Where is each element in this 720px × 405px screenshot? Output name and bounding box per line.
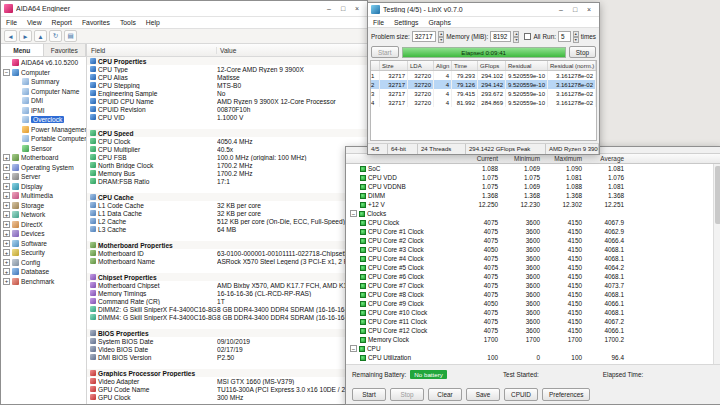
sidebar-item-devices[interactable]: +Devices [1, 229, 86, 239]
info-row[interactable]: System BIOS Date09/10/2019 [87, 337, 367, 345]
run-spinner[interactable]: ▲ ▼ [573, 31, 579, 42]
column-header-maximum[interactable]: Maximum [542, 155, 584, 162]
menu-tools[interactable]: Tools [115, 19, 141, 26]
sensor-row-cpu-core-4-clock[interactable]: CPU Core #4 Clock4075360041504068.1 [346, 254, 720, 263]
expand-icon[interactable]: + [3, 230, 10, 237]
problem-size-spinner[interactable]: ▲ ▼ [438, 31, 444, 42]
collapse-icon[interactable]: − [350, 345, 357, 352]
sensor-row-cpu-core-5-clock[interactable]: CPU Core #5 Clock4075360041504064.2 [346, 263, 720, 272]
info-row[interactable]: L2 Cache512 KB per core (On-Die, ECC, Fu… [87, 217, 367, 225]
info-row[interactable]: L3 Cache64 MB [87, 225, 367, 233]
expand-icon[interactable]: + [3, 240, 10, 247]
sidebar-item-dmi[interactable]: DMI [1, 96, 86, 106]
spin-down-icon[interactable]: ▼ [513, 37, 519, 43]
info-row[interactable]: Motherboard ID63-0100-000001-00101111-02… [87, 249, 367, 257]
column-header-time[interactable]: Time [452, 61, 478, 70]
start-button[interactable]: Start [371, 46, 399, 58]
report-icon[interactable]: ▤ [64, 30, 77, 42]
save-button[interactable]: Save [466, 388, 500, 401]
group-header-row[interactable]: Chipset Properties [87, 273, 367, 281]
aida64-titlebar[interactable]: AIDA64 Engineer – □ × [1, 1, 367, 17]
expand-icon[interactable]: + [3, 278, 10, 285]
info-row[interactable]: DIMM2: G Skill SniperX F4-3400C16-8GSXW8… [87, 305, 367, 313]
expand-icon[interactable]: + [3, 249, 10, 256]
column-header-index[interactable] [371, 61, 380, 70]
menu-view[interactable]: View [22, 19, 47, 26]
column-header-residual-norm[interactable]: Residual (norm.) [548, 61, 596, 70]
info-row[interactable]: Video AdapterMSI GTX 1660 (MS-V379) [87, 377, 367, 385]
menu-help[interactable]: Help [141, 19, 165, 26]
info-row[interactable]: CPU Clock4050.4 MHz [87, 137, 367, 145]
menu-file[interactable]: File [1, 19, 22, 26]
result-row[interactable]: 33271732720479.415293.6729.520559e-103.1… [371, 89, 596, 98]
sidebar-item-config[interactable]: +Config [1, 258, 86, 268]
info-row[interactable]: CPUID Revision00870F10h [87, 105, 367, 113]
group-header-row[interactable]: Graphics Processor Properties [87, 369, 367, 377]
back-icon[interactable]: ◄ [4, 30, 17, 42]
minimize-button[interactable]: – [322, 3, 336, 15]
sensor-row-dimm[interactable]: DIMM1.3681.3681.3681.368 [346, 191, 720, 200]
info-row[interactable]: Motherboard ChipsetAMD Bixby X570, AMD K… [87, 281, 367, 289]
result-row[interactable]: 23271732720479.126294.1429.520559e-103.1… [371, 80, 596, 89]
cpuid-button[interactable]: CPUID [504, 388, 538, 401]
info-row[interactable]: Motherboard NameASRock X570 Steel Legend… [87, 257, 367, 265]
expand-icon[interactable]: + [3, 221, 10, 228]
close-button[interactable]: × [350, 3, 364, 15]
sensor-row-cpu-core-8-clock[interactable]: CPU Core #8 Clock4075360041504068.1 [346, 290, 720, 299]
info-row[interactable]: DMI BIOS VersionP2.50 [87, 353, 367, 361]
run-input[interactable]: 5 [558, 31, 571, 42]
sidebar-item-operating-system[interactable]: +Operating System [1, 163, 86, 173]
menu-graphs[interactable]: Graphs [424, 19, 456, 26]
column-header-value[interactable]: Value [217, 47, 367, 54]
menu-file[interactable]: File [368, 19, 389, 26]
sensor-row-cpu-clock[interactable]: CPU Clock4075360041504067.9 [346, 218, 720, 227]
sidebar-item-directx[interactable]: +DirectX [1, 220, 86, 230]
info-row[interactable]: CPU Multiplier40.5x [87, 145, 367, 153]
sidebar-item-benchmark[interactable]: +Benchmark [1, 277, 86, 287]
vertical-scrollbar[interactable] [713, 164, 720, 364]
minimize-button[interactable]: – [554, 4, 568, 16]
info-row[interactable]: DIMM4: G Skill SniperX F4-3400C16-8GSXW8… [87, 313, 367, 321]
sidebar-item-computer-name[interactable]: Computer Name [1, 87, 86, 97]
sidebar-item-summary[interactable]: Summary [1, 77, 86, 87]
expand-icon[interactable]: + [3, 173, 10, 180]
info-row[interactable]: CPUID CPU NameAMD Ryzen 9 3900X 12-Core … [87, 97, 367, 105]
column-header-lda[interactable]: LDA [408, 61, 434, 70]
memory-input[interactable]: 8192 [490, 31, 511, 42]
group-header-row[interactable]: CPU Properties [87, 57, 367, 65]
start-button[interactable]: Start [352, 388, 386, 401]
sensor-group-clocks[interactable]: −Clocks [346, 209, 720, 218]
sensor-row-soc[interactable]: SoC1.0881.0691.0901.081 [346, 164, 720, 173]
sensor-row-memory-clock[interactable]: Memory Clock1700170017001700.2 [346, 335, 720, 344]
sensor-row-cpu-vddnb[interactable]: CPU VDDNB1.0751.0691.0881.081 [346, 182, 720, 191]
column-header-gflops[interactable]: GFlops [478, 61, 506, 70]
expand-icon[interactable]: + [3, 164, 10, 171]
info-row[interactable]: Video BIOS Date02/17/19 [87, 345, 367, 353]
info-row[interactable]: L1 Code Cache32 KB per core [87, 201, 367, 209]
sensor-group-cpu[interactable]: −CPU [346, 344, 720, 353]
collapse-icon[interactable]: − [3, 69, 10, 76]
column-header-current[interactable]: Current [458, 155, 500, 162]
sensor-row-cpu-core-6-clock[interactable]: CPU Core #6 Clock4075360041504068.1 [346, 272, 720, 281]
column-header-size[interactable]: Size [380, 61, 408, 70]
info-row[interactable]: DRAM:FSB Ratio17:1 [87, 177, 367, 185]
sidebar-item-security[interactable]: +Security [1, 248, 86, 258]
up-icon[interactable]: ▲ [34, 30, 47, 42]
column-header-align[interactable]: Align [434, 61, 452, 70]
sidebar-item-ipmi[interactable]: IPMI [1, 106, 86, 116]
sensor-row-cpu-utilization[interactable]: CPU Utilization100010096.4 [346, 353, 720, 362]
linx-titlebar[interactable]: Testing (4/5) - LinX v0.7.0 – □ × [368, 3, 599, 17]
spin-down-icon[interactable]: ▼ [438, 37, 444, 43]
close-button[interactable]: × [582, 4, 596, 16]
info-row[interactable]: CPU AliasMatisse [87, 73, 367, 81]
expand-icon[interactable]: + [3, 202, 10, 209]
maximize-button[interactable]: □ [568, 4, 582, 16]
sidebar-item-computer[interactable]: −Computer [1, 68, 86, 78]
sidebar-item-overclock[interactable]: Overclock [1, 115, 86, 125]
info-row[interactable]: Memory Bus1700.2 MHz [87, 169, 367, 177]
preferences-button[interactable]: Preferences [542, 388, 590, 401]
sensor-row-cpu-core-9-clock[interactable]: CPU Core #9 Clock4050360041504066.1 [346, 299, 720, 308]
refresh-icon[interactable]: ↻ [49, 30, 62, 42]
problem-size-input[interactable]: 32717 [412, 31, 437, 42]
info-row[interactable]: CPU Type12-Core AMD Ryzen 9 3900X [87, 65, 367, 73]
